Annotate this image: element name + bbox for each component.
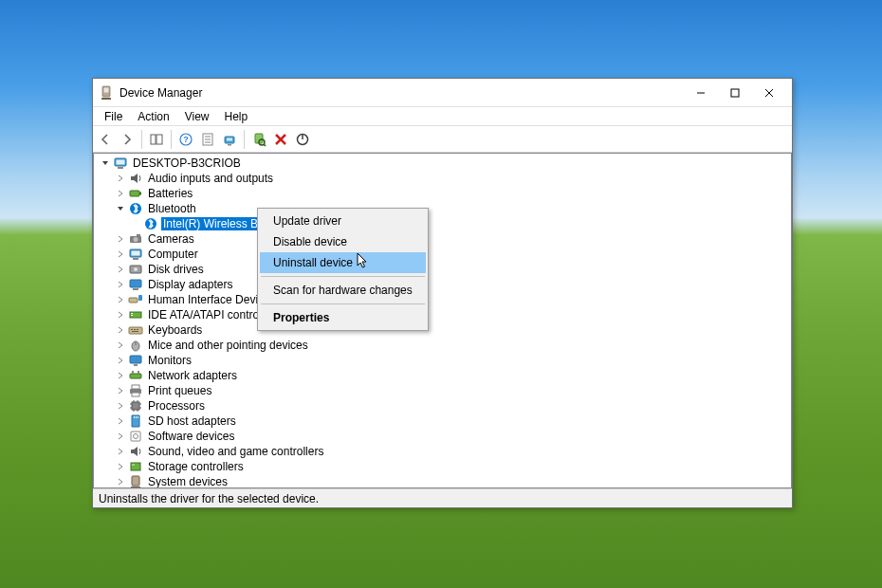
- svg-rect-27: [130, 191, 139, 196]
- scan-hardware-button[interactable]: [248, 129, 269, 150]
- titlebar[interactable]: Device Manager: [93, 79, 792, 107]
- node-label: Print queues: [146, 384, 213, 397]
- svg-rect-4: [731, 89, 739, 97]
- maximize-button[interactable]: [718, 82, 752, 104]
- node-label: Disk drives: [146, 263, 206, 276]
- tree-root[interactable]: DESKTOP-B3CRIOB: [94, 156, 791, 171]
- minimize-button[interactable]: [684, 82, 718, 104]
- tree-node-bt-device[interactable]: Intel(R) Wireless Bluetooth(R): [94, 216, 791, 231]
- tree-node-monitors[interactable]: Monitors: [94, 353, 791, 368]
- cm-scan-hardware[interactable]: Scan for hardware changes: [260, 280, 426, 301]
- svg-rect-41: [129, 298, 138, 303]
- chevron-right-icon[interactable]: [113, 383, 128, 398]
- chevron-right-icon[interactable]: [113, 459, 128, 474]
- tree-node-network[interactable]: Network adapters: [94, 368, 791, 383]
- chevron-right-icon[interactable]: [113, 474, 128, 488]
- tree-node-batteries[interactable]: Batteries: [94, 186, 791, 201]
- cm-update-driver[interactable]: Update driver: [260, 211, 426, 231]
- chevron-right-icon[interactable]: [113, 171, 128, 186]
- device-manager-window: Device Manager File Action View Help ?: [92, 78, 793, 508]
- svg-rect-57: [138, 371, 139, 374]
- uninstall-button[interactable]: [270, 129, 291, 150]
- node-label: Software devices: [146, 430, 236, 443]
- node-label: System devices: [146, 475, 230, 488]
- cm-properties[interactable]: Properties: [260, 307, 426, 328]
- window-title: Device Manager: [119, 86, 684, 100]
- tree-node-display[interactable]: Display adapters: [94, 277, 791, 292]
- tree-node-cpu[interactable]: Processors: [94, 398, 791, 413]
- tree-node-bluetooth[interactable]: Bluetooth: [94, 201, 791, 216]
- svg-rect-35: [132, 251, 140, 256]
- keyboard-icon: [128, 322, 143, 338]
- chevron-right-icon[interactable]: [113, 398, 128, 413]
- svg-rect-44: [131, 313, 133, 314]
- printer-icon: [128, 383, 143, 398]
- update-driver-button[interactable]: [219, 129, 240, 150]
- chevron-down-icon[interactable]: [113, 201, 128, 216]
- tree-node-computer[interactable]: Computer: [94, 247, 791, 262]
- audio-icon: [128, 171, 143, 186]
- menu-action[interactable]: Action: [130, 108, 176, 125]
- tree-node-mice[interactable]: Mice and other pointing devices: [94, 338, 791, 353]
- svg-rect-72: [138, 416, 138, 418]
- menu-help[interactable]: Help: [217, 108, 256, 125]
- tree-node-ide[interactable]: IDE ATA/ATAPI controllers: [94, 307, 791, 322]
- node-label: Batteries: [146, 187, 194, 200]
- tree-node-disk[interactable]: Disk drives: [94, 262, 791, 277]
- node-label: SD host adapters: [146, 414, 238, 428]
- bluetooth-icon: [128, 201, 143, 216]
- tree-node-cameras[interactable]: Cameras: [94, 231, 791, 247]
- node-label: Display adapters: [146, 278, 234, 291]
- svg-rect-2: [101, 98, 111, 100]
- chevron-right-icon[interactable]: [113, 277, 128, 292]
- chevron-right-icon[interactable]: [113, 368, 128, 383]
- node-label: Bluetooth: [146, 202, 198, 215]
- svg-rect-46: [129, 327, 142, 334]
- svg-rect-45: [131, 315, 133, 316]
- menu-file[interactable]: File: [97, 108, 130, 125]
- tree-node-sound[interactable]: Sound, video and game controllers: [94, 444, 791, 459]
- chevron-right-icon[interactable]: [113, 262, 128, 277]
- tree-node-keyboards[interactable]: Keyboards: [94, 322, 791, 338]
- chevron-right-icon[interactable]: [113, 186, 128, 201]
- node-label: Network adapters: [146, 369, 239, 382]
- tree-node-system[interactable]: System devices: [94, 474, 791, 488]
- chevron-right-icon[interactable]: [113, 322, 128, 338]
- chevron-right-icon[interactable]: [113, 231, 128, 247]
- tree-node-audio[interactable]: Audio inputs and outputs: [94, 171, 791, 186]
- chevron-right-icon[interactable]: [113, 444, 128, 459]
- tree-node-print[interactable]: Print queues: [94, 383, 791, 398]
- cm-disable-device[interactable]: Disable device: [260, 231, 426, 252]
- chevron-down-icon[interactable]: [98, 156, 113, 171]
- chevron-right-icon[interactable]: [113, 429, 128, 444]
- chevron-right-icon[interactable]: [113, 247, 128, 262]
- back-button[interactable]: [95, 129, 116, 150]
- chevron-right-icon[interactable]: [113, 292, 128, 307]
- close-button[interactable]: [752, 82, 786, 104]
- tree-node-sd[interactable]: SD host adapters: [94, 413, 791, 429]
- help-button[interactable]: ?: [175, 129, 196, 150]
- show-hide-button[interactable]: [146, 129, 167, 150]
- menu-view[interactable]: View: [177, 108, 217, 125]
- chevron-right-icon[interactable]: [113, 413, 128, 429]
- svg-rect-50: [132, 331, 138, 332]
- storage-icon: [128, 459, 143, 474]
- chevron-right-icon[interactable]: [113, 307, 128, 322]
- svg-rect-60: [132, 393, 139, 396]
- chevron-right-icon[interactable]: [113, 338, 128, 353]
- forward-button[interactable]: [117, 129, 138, 150]
- tree-node-storage[interactable]: Storage controllers: [94, 459, 791, 474]
- cm-uninstall-device[interactable]: Uninstall device: [260, 252, 426, 273]
- disable-button[interactable]: [292, 129, 313, 150]
- node-label: Processors: [146, 399, 207, 413]
- sep: [244, 130, 245, 149]
- device-tree[interactable]: DESKTOP-B3CRIOB Audio inputs and outputs…: [93, 153, 792, 488]
- properties-button[interactable]: [197, 129, 218, 150]
- svg-rect-59: [132, 385, 139, 389]
- sound-icon: [128, 444, 143, 459]
- chevron-right-icon[interactable]: [113, 353, 128, 368]
- svg-rect-76: [132, 464, 135, 466]
- tree-node-hid[interactable]: Human Interface Devices: [94, 292, 791, 307]
- tree-node-softdev[interactable]: Software devices: [94, 429, 791, 444]
- svg-rect-73: [131, 432, 140, 441]
